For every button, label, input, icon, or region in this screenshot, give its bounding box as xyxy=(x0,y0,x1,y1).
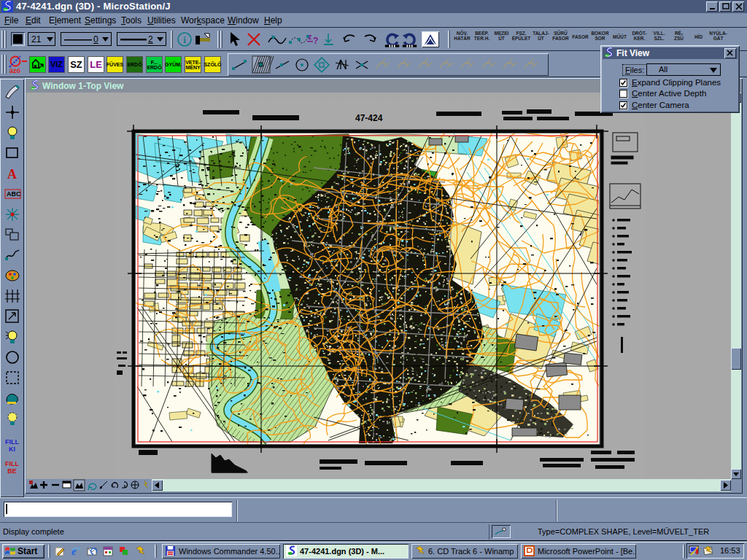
svg-text:e: e xyxy=(71,545,77,557)
svg-text:47-424: 47-424 xyxy=(355,113,383,123)
svg-text:i: i xyxy=(183,34,186,45)
svg-text:A: A xyxy=(7,167,17,182)
svg-text:?: ? xyxy=(313,36,318,46)
svg-text:ázó: ázó xyxy=(9,67,21,74)
svg-text:ABC: ABC xyxy=(7,190,21,198)
svg-text:z: z xyxy=(308,32,312,41)
